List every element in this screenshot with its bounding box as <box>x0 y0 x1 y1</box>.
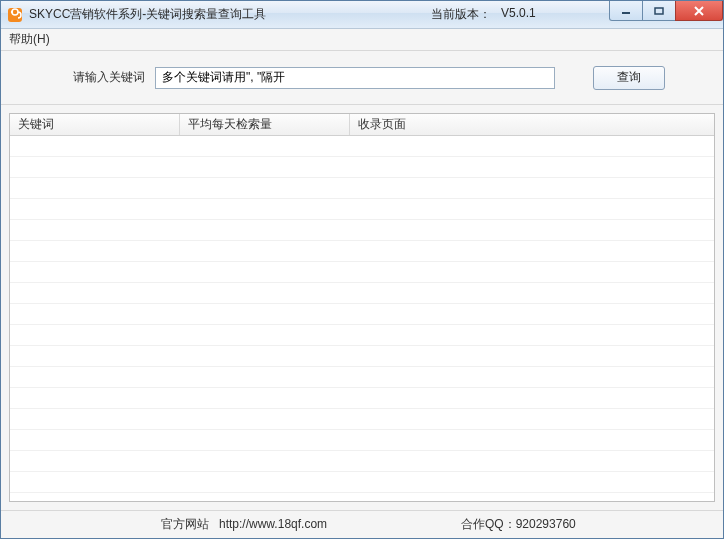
app-window: SKYCC营销软件系列-关键词搜索量查询工具 当前版本： V5.0.1 帮助(H… <box>0 0 724 539</box>
official-website: 官方网站 http://www.18qf.com <box>161 516 327 533</box>
website-url[interactable]: http://www.18qf.com <box>219 517 327 531</box>
keyword-input[interactable] <box>155 67 555 89</box>
column-daily-searches[interactable]: 平均每天检索量 <box>180 114 350 135</box>
titlebar: SKYCC营销软件系列-关键词搜索量查询工具 当前版本： V5.0.1 <box>1 1 723 29</box>
qq-value: 920293760 <box>516 517 576 531</box>
window-title: SKYCC营销软件系列-关键词搜索量查询工具 <box>29 6 266 23</box>
table-body <box>10 136 714 501</box>
window-controls <box>610 1 723 21</box>
qq-label: 合作QQ： <box>461 517 516 531</box>
contact-qq: 合作QQ：920293760 <box>461 516 576 533</box>
app-icon <box>7 7 23 23</box>
maximize-button[interactable] <box>642 1 676 21</box>
keyword-prompt-label: 请输入关键词 <box>73 69 145 86</box>
statusbar: 官方网站 http://www.18qf.com 合作QQ：920293760 <box>1 510 723 538</box>
column-keyword[interactable]: 关键词 <box>10 114 180 135</box>
version-info: 当前版本： V5.0.1 <box>431 6 536 23</box>
content-area: 关键词 平均每天检索量 收录页面 <box>1 105 723 510</box>
svg-point-1 <box>11 10 13 12</box>
menu-help[interactable]: 帮助(H) <box>9 31 50 48</box>
version-label: 当前版本： <box>431 6 491 23</box>
table-header: 关键词 平均每天检索量 收录页面 <box>10 114 714 136</box>
minimize-button[interactable] <box>609 1 643 21</box>
version-value: V5.0.1 <box>501 6 536 23</box>
search-toolbar: 请输入关键词 查询 <box>1 51 723 105</box>
svg-rect-3 <box>655 8 663 14</box>
query-button[interactable]: 查询 <box>593 66 665 90</box>
menubar: 帮助(H) <box>1 29 723 51</box>
website-label: 官方网站 <box>161 517 209 531</box>
column-indexed-pages[interactable]: 收录页面 <box>350 114 714 135</box>
results-table: 关键词 平均每天检索量 收录页面 <box>9 113 715 502</box>
close-button[interactable] <box>675 1 723 21</box>
